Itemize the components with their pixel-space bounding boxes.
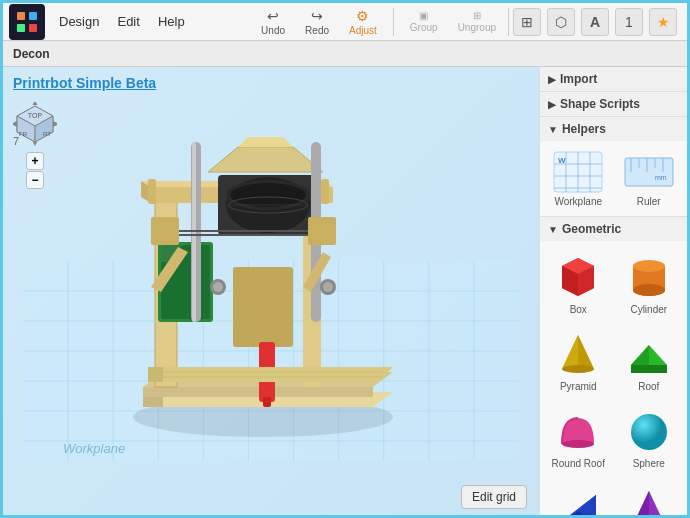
svg-point-50 <box>230 183 306 207</box>
geometric-content: Box Cylinder <box>540 241 687 518</box>
helpers-grid: W Workplane <box>546 147 681 210</box>
helpers-header[interactable]: ▼ Helpers <box>540 117 687 141</box>
shape-scripts-section: ▶ Shape Scripts <box>540 92 687 117</box>
svg-rect-70 <box>321 179 329 204</box>
decon-bar: Decon <box>3 41 687 67</box>
printer-model[interactable] <box>63 87 443 467</box>
geometric-header[interactable]: ▼ Geometric <box>540 217 687 241</box>
view-cube[interactable]: TOP FR RT ▲ ▼ ◀ ▶ <box>13 102 57 146</box>
svg-point-99 <box>633 284 665 296</box>
menu-help[interactable]: Help <box>150 10 193 33</box>
pyramid-shape[interactable]: Pyramid <box>546 324 611 395</box>
import-arrow-icon: ▶ <box>548 74 556 85</box>
cylinder-shape[interactable]: Cylinder <box>617 247 682 318</box>
undo-button[interactable]: ↩ Undo <box>253 6 293 38</box>
zoom-controls: + − <box>26 152 44 189</box>
geometric-arrow-icon: ▼ <box>548 224 558 235</box>
svg-marker-37 <box>143 387 373 397</box>
canvas-area[interactable]: Printrbot Simple Beta 7 TOP FR RT <box>3 67 539 518</box>
cube-view-icon[interactable]: ⬡ <box>547 8 575 36</box>
group-button[interactable]: ▣ Group <box>402 8 446 35</box>
zoom-in-button[interactable]: + <box>26 152 44 170</box>
cylinder-label: Cylinder <box>630 304 667 315</box>
svg-point-103 <box>562 365 594 373</box>
round-roof-shape[interactable]: Round Roof <box>546 401 611 472</box>
helpers-content: W Workplane <box>540 141 687 216</box>
shape-scripts-arrow-icon: ▶ <box>548 99 556 110</box>
svg-rect-58 <box>263 397 271 407</box>
adjust-button[interactable]: ⚙ Adjust <box>341 6 385 38</box>
svg-marker-105 <box>631 345 649 365</box>
menu-bar: Design Edit Help <box>51 10 193 33</box>
cone-shape[interactable]: Cone <box>617 478 682 518</box>
main-layout: Printrbot Simple Beta 7 TOP FR RT <box>3 67 687 518</box>
svg-rect-56 <box>233 267 293 347</box>
svg-marker-52 <box>238 137 293 147</box>
geometric-section: ▼ Geometric Box <box>540 217 687 518</box>
svg-rect-106 <box>631 365 667 373</box>
wedge-shape[interactable]: Wedge <box>546 478 611 518</box>
workplane-helper[interactable]: W Workplane <box>546 147 611 210</box>
shape-grid: Box Cylinder <box>546 247 681 518</box>
svg-point-108 <box>631 414 667 450</box>
svg-marker-63 <box>148 367 393 382</box>
toolbar-right-icons: ⊞ ⬡ A 1 ★ <box>513 8 681 36</box>
svg-text:▶: ▶ <box>53 119 57 128</box>
svg-rect-71 <box>151 217 179 245</box>
svg-marker-102 <box>578 335 594 369</box>
menu-edit[interactable]: Edit <box>109 10 147 33</box>
svg-text:FR: FR <box>19 131 28 137</box>
pyramid-label: Pyramid <box>560 381 597 392</box>
svg-point-98 <box>633 260 665 272</box>
shape-scripts-header[interactable]: ▶ Shape Scripts <box>540 92 687 116</box>
box-label: Box <box>570 304 587 315</box>
svg-text:▼: ▼ <box>31 139 39 146</box>
helpers-label: Helpers <box>562 122 606 136</box>
svg-text:▲: ▲ <box>31 102 39 107</box>
svg-point-107 <box>562 440 594 448</box>
import-label: Import <box>560 72 597 86</box>
sphere-label: Sphere <box>633 458 665 469</box>
svg-marker-115 <box>633 491 649 518</box>
box-shape[interactable]: Box <box>546 247 611 318</box>
svg-text:mm: mm <box>655 174 667 181</box>
ruler-helper[interactable]: mm Ruler <box>617 147 682 210</box>
svg-text:TOP: TOP <box>28 112 43 119</box>
menu-design[interactable]: Design <box>51 10 107 33</box>
sphere-shape[interactable]: Sphere <box>617 401 682 472</box>
star-icon[interactable]: ★ <box>649 8 677 36</box>
roof-shape[interactable]: Roof <box>617 324 682 395</box>
toolbar-actions: ↩ Undo ↪ Redo ⚙ Adjust ▣ Group ⊞ Ungroup <box>253 6 504 38</box>
svg-text:RT: RT <box>43 131 51 137</box>
import-section: ▶ Import <box>540 67 687 92</box>
ruler-helper-label: Ruler <box>637 196 661 207</box>
roof-label: Roof <box>638 381 659 392</box>
svg-rect-72 <box>308 217 336 245</box>
decon-label: Decon <box>13 47 50 61</box>
svg-rect-1 <box>17 12 25 20</box>
zoom-out-button[interactable]: − <box>26 171 44 189</box>
svg-rect-85 <box>625 158 673 186</box>
right-panel: ▶ Import ▶ Shape Scripts ▼ Helpers <box>539 67 687 518</box>
app-logo[interactable] <box>9 4 45 40</box>
svg-point-62 <box>323 282 333 292</box>
helpers-section: ▼ Helpers <box>540 117 687 217</box>
svg-rect-3 <box>17 24 25 32</box>
svg-rect-4 <box>29 24 37 32</box>
text-icon[interactable]: A <box>581 8 609 36</box>
workplane-helper-label: Workplane <box>554 196 602 207</box>
svg-point-60 <box>213 282 223 292</box>
grid-view-icon[interactable]: ⊞ <box>513 8 541 36</box>
edit-grid-button[interactable]: Edit grid <box>461 485 527 509</box>
round-roof-label: Round Roof <box>552 458 605 469</box>
svg-marker-51 <box>208 147 323 172</box>
svg-text:W: W <box>558 156 566 165</box>
svg-rect-69 <box>148 179 156 204</box>
redo-button[interactable]: ↪ Redo <box>297 6 337 38</box>
geometric-label: Geometric <box>562 222 621 236</box>
number-icon[interactable]: 1 <box>615 8 643 36</box>
ungroup-button[interactable]: ⊞ Ungroup <box>450 8 504 35</box>
main-toolbar: Design Edit Help ↩ Undo ↪ Redo ⚙ Adjust … <box>3 3 687 41</box>
import-header[interactable]: ▶ Import <box>540 67 687 91</box>
toolbar-separator-2 <box>508 8 509 36</box>
